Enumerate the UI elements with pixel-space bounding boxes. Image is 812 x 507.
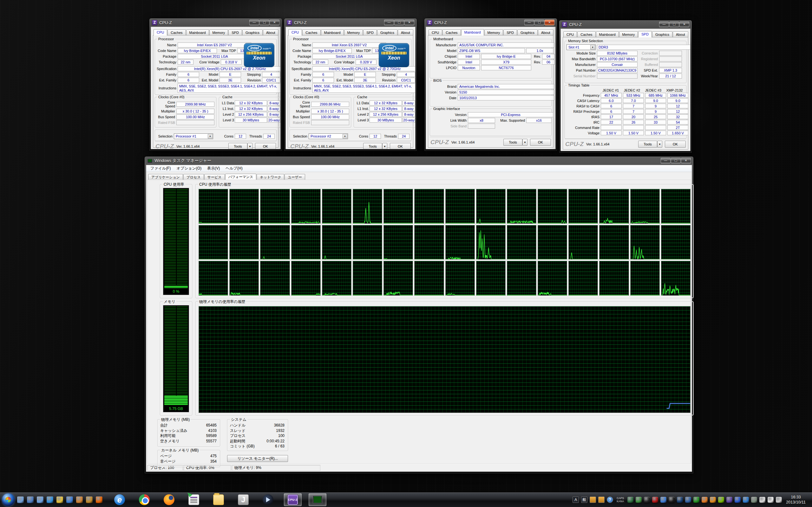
tab-SPD[interactable]: SPD <box>363 30 377 35</box>
chrome-taskbar-button[interactable] <box>136 493 153 506</box>
tab-Caches[interactable]: Caches <box>167 30 186 35</box>
key-tray-icon[interactable] <box>669 497 675 503</box>
add-device-tray-icon[interactable] <box>743 497 749 503</box>
tab-SPD[interactable]: SPD <box>503 30 517 35</box>
resource-monitor-button[interactable]: リソース モニター(R)... <box>227 455 288 462</box>
tab-サービス[interactable]: サービス <box>204 174 225 180</box>
minimize-button[interactable]: — <box>249 20 259 25</box>
green-sphere-tray-icon[interactable] <box>627 497 633 503</box>
network-tray-icon[interactable] <box>776 497 782 503</box>
j-app-taskbar-button[interactable]: J <box>235 493 252 506</box>
task-manager-taskbar-button[interactable] <box>309 493 326 506</box>
maximize-button[interactable]: ▢ <box>671 158 681 164</box>
menu-item[interactable]: オプション(O) <box>173 165 204 172</box>
satellite-tray-icon[interactable] <box>644 497 650 503</box>
close-button[interactable]: ✕ <box>404 20 414 25</box>
ime-help-icon[interactable]: ? <box>607 497 613 503</box>
window-switcher-icon[interactable] <box>27 497 34 503</box>
tools-button[interactable]: Tools <box>503 139 522 146</box>
tab-About[interactable]: About <box>263 30 278 35</box>
ok-button[interactable]: OK <box>390 143 411 149</box>
tools-dropdown-button[interactable]: ▼ <box>522 139 527 146</box>
processor-select[interactable]: Processor #2▼ <box>309 133 348 139</box>
tab-Caches[interactable]: Caches <box>577 32 595 37</box>
display-settings-icon[interactable] <box>37 497 44 503</box>
tab-Mainboard[interactable]: Mainboard <box>461 29 484 36</box>
chrome-quick-icon[interactable] <box>56 497 63 503</box>
tab-Memory[interactable]: Memory <box>484 30 503 35</box>
tab-ユーザー[interactable]: ユーザー <box>285 174 305 180</box>
close-button[interactable]: ✕ <box>270 20 280 25</box>
record-tray-icon[interactable] <box>652 497 658 503</box>
processor-select[interactable]: Processor #1▼ <box>174 133 213 139</box>
archive-quick-icon[interactable] <box>86 497 93 503</box>
firefox-quick-icon[interactable] <box>96 497 102 503</box>
titlebar[interactable]: Z CPU-Z —▢✕ <box>151 18 281 26</box>
tab-About[interactable]: About <box>398 30 413 35</box>
led-matrix-tray-icon[interactable] <box>693 497 699 503</box>
tab-About[interactable]: About <box>673 32 688 37</box>
internet-explorer-taskbar-button[interactable]: e <box>111 493 129 506</box>
tab-Mainboard[interactable]: Mainboard <box>186 30 209 35</box>
tab-CPU[interactable]: CPU <box>154 29 167 36</box>
menu-item[interactable]: ヘルプ(H) <box>223 165 246 172</box>
ime-conversion-mode[interactable]: 般 <box>581 497 588 503</box>
tab-パフォーマンス[interactable]: パフォーマンス <box>225 174 257 180</box>
taskbar-clock[interactable]: 16:33 2013/10/11 <box>786 495 806 505</box>
cpuz-taskbar-button[interactable]: CPU-Z <box>284 493 302 506</box>
menu-item[interactable]: 表示(V) <box>204 165 223 172</box>
tab-CPU[interactable]: CPU <box>428 30 442 35</box>
ime-input-mode[interactable]: A <box>572 497 579 503</box>
tab-Graphics[interactable]: Graphics <box>242 30 263 35</box>
media-player-taskbar-button[interactable] <box>259 493 277 506</box>
close-button[interactable]: ✕ <box>545 20 554 25</box>
tab-プロセス[interactable]: プロセス <box>183 174 204 180</box>
minimize-button[interactable]: — <box>659 21 669 27</box>
monitor-tray-icon[interactable] <box>685 497 691 503</box>
tab-アプリケーション[interactable]: アプリケーション <box>148 174 183 180</box>
ok-button[interactable]: OK <box>665 141 686 148</box>
tab-Memory[interactable]: Memory <box>344 30 363 35</box>
chevron-down-icon[interactable]: ▼ <box>343 134 347 138</box>
minimize-button[interactable]: — <box>524 20 534 25</box>
tab-SPD[interactable]: SPD <box>638 31 652 38</box>
maximize-button[interactable]: ▢ <box>669 21 679 27</box>
usb-device-tray-icon[interactable] <box>636 497 642 503</box>
tools-button[interactable]: Tools <box>363 143 382 149</box>
tab-Mainboard[interactable]: Mainboard <box>321 30 344 35</box>
minimize-button[interactable]: — <box>384 20 394 25</box>
tools-button[interactable]: Tools <box>229 143 247 149</box>
start-button[interactable] <box>2 493 14 506</box>
tab-Graphics[interactable]: Graphics <box>517 30 538 35</box>
tab-Caches[interactable]: Caches <box>443 30 461 35</box>
cloud-tray-icon[interactable] <box>660 497 666 503</box>
wifi-tray-icon[interactable] <box>710 497 716 503</box>
document-viewer-taskbar-button[interactable] <box>185 493 203 506</box>
show-desktop-icon[interactable] <box>17 497 24 503</box>
chip-ok-tray-icon[interactable] <box>751 497 757 503</box>
tab-ネットワーク[interactable]: ネットワーク <box>257 174 284 180</box>
maximize-button[interactable]: ▢ <box>394 20 404 25</box>
titlebar[interactable]: Windows タスク マネージャー —▢✕ <box>146 157 692 165</box>
chevron-down-icon[interactable]: ▼ <box>208 134 212 138</box>
tab-SPD[interactable]: SPD <box>229 30 242 35</box>
titlebar[interactable]: Z CPU-Z —▢✕ <box>426 18 556 26</box>
tools-dropdown-button[interactable]: ▼ <box>247 143 252 149</box>
tab-Graphics[interactable]: Graphics <box>377 30 397 35</box>
color-grid-tray-icon[interactable] <box>702 497 708 503</box>
ime-tools-icon[interactable] <box>590 497 596 503</box>
blue-ring-tray-icon[interactable] <box>677 497 683 503</box>
tools-dropdown-button[interactable]: ▼ <box>657 141 662 148</box>
maximize-button[interactable]: ▢ <box>535 20 544 25</box>
tab-Caches[interactable]: Caches <box>302 30 320 35</box>
tab-Graphics[interactable]: Graphics <box>652 32 672 37</box>
tab-About[interactable]: About <box>538 30 554 35</box>
ok-button[interactable]: OK <box>530 139 551 146</box>
colorful-sphere-tray-icon[interactable] <box>726 497 732 503</box>
ie-quick-icon[interactable] <box>47 497 53 503</box>
flag-tray-icon[interactable] <box>768 497 774 503</box>
tab-Mainboard[interactable]: Mainboard <box>596 32 619 37</box>
ime-pad-icon[interactable] <box>598 497 605 503</box>
itunes-quick-icon[interactable] <box>66 497 73 503</box>
tab-CPU[interactable]: CPU <box>288 29 302 36</box>
